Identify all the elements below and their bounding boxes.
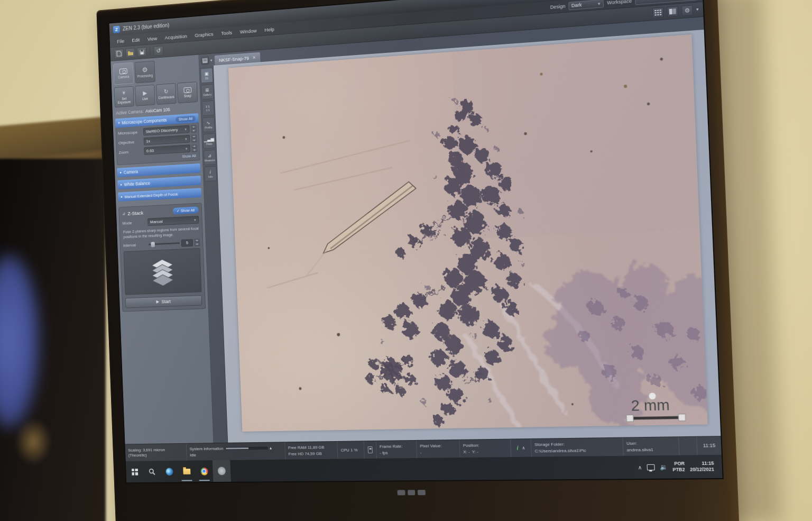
settings-button[interactable]: ⚙ xyxy=(681,5,693,16)
zen-app-icon: Z xyxy=(113,25,120,33)
menu-window[interactable]: Window xyxy=(236,26,260,35)
scaling-text: Scaling: 3,691 micron (Theoretic) xyxy=(128,447,183,458)
new-document-button[interactable] xyxy=(114,49,124,59)
section-manual-edf-label: Manual Extended Depth of Focus xyxy=(124,191,178,199)
continuous-button[interactable]: ↻Continuous xyxy=(156,83,177,105)
menu-file[interactable]: File xyxy=(114,36,128,45)
view-tab-measure[interactable]: ⊿Measure xyxy=(204,150,216,165)
document-switcher-button[interactable] xyxy=(201,57,209,65)
language-indicator[interactable]: POR PTB2 xyxy=(672,461,685,472)
save-icon xyxy=(139,49,144,55)
menu-edit[interactable]: Edit xyxy=(128,35,143,44)
menu-help[interactable]: Help xyxy=(261,25,278,34)
storage-segment: Storage Folder: C:\Users\andrea.silva1\P… xyxy=(531,438,624,457)
menu-view[interactable]: View xyxy=(144,34,161,43)
menu-graphics[interactable]: Graphics xyxy=(191,30,217,39)
interval-input[interactable]: 5 xyxy=(181,239,193,247)
fossil-image: 2 mm xyxy=(228,34,708,432)
position-y: Y: - xyxy=(472,449,478,454)
display-tray-icon[interactable] xyxy=(647,464,654,470)
menu-tools[interactable]: Tools xyxy=(218,28,236,37)
view-tab-measure-label: Measure xyxy=(205,158,215,162)
section-manual-edf[interactable]: ▸ Manual Extended Depth of Focus xyxy=(118,188,201,202)
show-all-toggle[interactable]: Show All xyxy=(176,115,196,122)
section-white-balance[interactable]: ▸ White Balance xyxy=(117,176,201,189)
open-folder-icon xyxy=(127,50,133,56)
taskbar-chrome[interactable] xyxy=(195,460,214,482)
continuous-label: Continuous xyxy=(158,95,174,99)
info-icon[interactable]: i xyxy=(516,445,518,451)
design-value: Dark xyxy=(571,2,582,8)
section-camera[interactable]: ▸ Camera xyxy=(117,163,200,177)
fossil-micrograph: 2 mm xyxy=(228,34,708,432)
layout-grid-button[interactable] xyxy=(652,7,664,18)
expand-status-icon[interactable]: ▴ xyxy=(270,446,272,451)
slider-thumb[interactable] xyxy=(151,242,155,247)
split-view-button[interactable] xyxy=(667,6,678,17)
interval-stepper[interactable]: ▲▼ xyxy=(194,239,200,246)
interval-slider[interactable] xyxy=(149,242,180,245)
live-button[interactable]: ▶Live xyxy=(135,85,155,106)
save-button[interactable] xyxy=(137,47,147,57)
taskbar-file-explorer[interactable] xyxy=(178,461,196,482)
close-icon[interactable]: ✕ xyxy=(252,55,256,60)
menu-acquisition[interactable]: Acquisition xyxy=(161,32,190,42)
tab-camera[interactable]: Camera xyxy=(113,62,134,85)
view-tab-histo[interactable]: ▁▃▅Histo xyxy=(202,133,215,149)
design-select[interactable]: Dark▼ xyxy=(568,0,604,10)
windows-logo-icon xyxy=(132,469,138,476)
microscope-value: SteREO Discovery xyxy=(145,127,178,134)
microscope-stepper[interactable]: ▲▼ xyxy=(191,125,197,132)
chevron-up-icon[interactable]: ∧ xyxy=(522,445,525,450)
view-tab-info[interactable]: iInfo xyxy=(204,166,217,181)
speaker-icon[interactable]: 🔉 xyxy=(660,463,668,471)
image-canvas[interactable]: 2 mm xyxy=(214,30,721,443)
keyboard-layout: PTB2 xyxy=(672,467,685,472)
start-button[interactable] xyxy=(126,461,144,483)
exposure-icon: ☀ xyxy=(122,90,126,96)
objective-select[interactable]: 1x▼ xyxy=(144,135,190,145)
search-icon xyxy=(149,468,155,476)
scale-bar-end-right[interactable] xyxy=(678,414,686,421)
document-tab-label: NKSF-Snap-79 xyxy=(219,56,249,63)
mode-select[interactable]: Manual▼ xyxy=(147,216,199,226)
collapse-icon: ▾ xyxy=(118,121,119,125)
scale-bar-end-left[interactable] xyxy=(626,415,633,422)
zstack-panel: ⊿ Z-Stack ✓ Show All Mode Manual▼ Fuse Z… xyxy=(118,203,206,312)
mode-value: Manual xyxy=(150,219,163,224)
taskbar-zen-app[interactable] xyxy=(213,460,231,482)
view-tab-1to1[interactable]: 1:11:1 xyxy=(201,100,214,116)
chevron-down-icon[interactable]: ▾ xyxy=(696,7,699,12)
zoom-stepper[interactable]: ▲▼ xyxy=(191,144,197,152)
status-time: 11:15 xyxy=(696,436,722,455)
open-button[interactable] xyxy=(125,48,135,58)
workspace-label: Workspace xyxy=(607,0,632,6)
chevron-down-icon[interactable]: ▾ xyxy=(210,58,213,62)
search-button[interactable] xyxy=(143,461,161,482)
system-info-label: System Information xyxy=(190,446,224,452)
camera-icon xyxy=(183,87,191,94)
view-tab-gallery[interactable]: ⊞Gallery xyxy=(201,84,214,100)
zen-taskbar-icon xyxy=(218,467,226,476)
tray-time: 11:15 xyxy=(702,461,714,467)
start-button[interactable]: ▶ Start xyxy=(125,295,202,308)
taskbar-edge[interactable] xyxy=(160,461,178,482)
clock[interactable]: 11:15 20/12/2021 xyxy=(690,461,715,473)
tab-processing[interactable]: ⚙ Processing xyxy=(134,61,155,84)
undo-button[interactable]: ↺ xyxy=(153,45,163,56)
expand-icon: ▸ xyxy=(120,170,122,175)
view-tab-profile[interactable]: ∿Profile xyxy=(202,117,215,133)
view-tab-2d[interactable]: ▣2D xyxy=(200,68,213,84)
tray-chevron-icon[interactable]: ∧ xyxy=(638,464,642,470)
snap-button[interactable]: Snap xyxy=(177,81,198,103)
microscope-field-label: Microscope xyxy=(118,130,142,135)
live-label: Live xyxy=(142,97,148,100)
section-white-balance-label: White Balance xyxy=(124,180,150,187)
zstack-show-all-toggle[interactable]: ✓ Show All xyxy=(173,207,199,215)
set-exposure-button[interactable]: ☀Set Exposure xyxy=(114,86,134,108)
microscope-select[interactable]: SteREO Discovery▼ xyxy=(143,125,190,136)
objective-stepper[interactable]: ▲▼ xyxy=(191,135,197,142)
histogram-icon: ▁▃▅ xyxy=(204,136,215,142)
active-camera-label: Active Camera: xyxy=(116,109,144,116)
active-camera-value: AxioCam 105 xyxy=(145,107,170,114)
